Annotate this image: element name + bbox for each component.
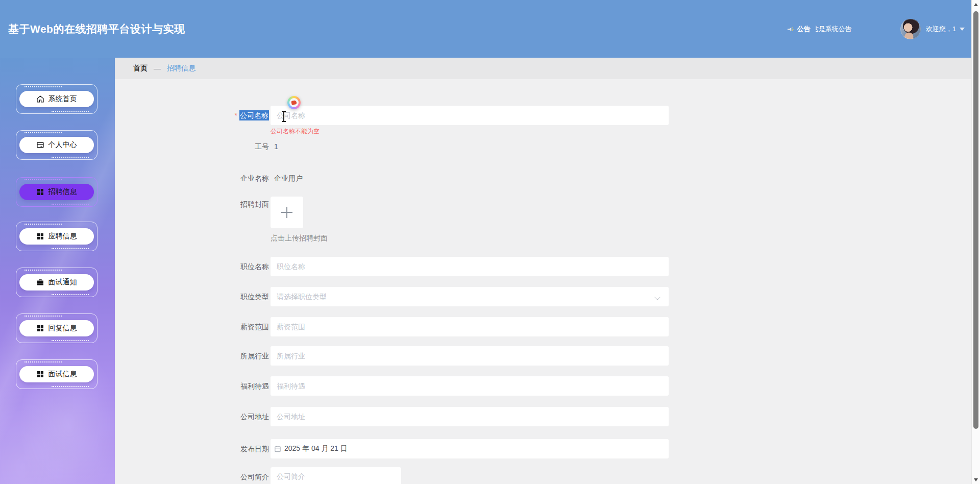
form-row-company-profile: 公司简介	[115, 467, 971, 484]
form-row-salary-range: 薪资范围	[115, 317, 971, 336]
pointer-badge-icon	[287, 96, 301, 109]
company-profile-label: 公司简介	[208, 467, 269, 484]
sidebar: 系统首页 个人中心 招聘信息	[0, 58, 115, 484]
sidebar-item-home[interactable]: 系统首页	[16, 84, 97, 114]
benefits-label: 福利待遇	[208, 376, 269, 396]
avatar[interactable]	[900, 19, 921, 39]
benefits-input[interactable]	[271, 376, 669, 396]
sidebar-item-label: 系统首页	[48, 94, 77, 104]
home-icon	[37, 95, 44, 103]
vertical-scrollbar	[971, 0, 980, 484]
form-row-benefits: 福利待遇	[115, 376, 971, 396]
welcome-text[interactable]: 欢迎您，1	[926, 25, 956, 34]
grid-icon	[37, 233, 44, 240]
page-title: 基于Web的在线招聘平台设计与实现	[8, 0, 185, 58]
publish-date-label: 发布日期	[208, 439, 269, 458]
sidebar-item-label: 面试通知	[48, 278, 77, 287]
salary-range-label: 薪资范围	[208, 317, 269, 336]
recruitment-platform-page: 基于Web的在线招聘平台设计与实现 公告 这是系统公告 欢迎您，1	[0, 0, 980, 484]
industry-label: 所属行业	[208, 346, 269, 366]
cover-label: 招聘封面	[208, 199, 269, 209]
briefcase-icon	[37, 279, 44, 286]
grid-icon	[37, 371, 44, 378]
cover-upload-button[interactable]	[271, 197, 303, 228]
salary-range-input[interactable]	[271, 317, 669, 336]
form-row-company-address: 公司地址	[115, 407, 971, 426]
publish-date-value: 2025 年 04 月 21 日	[284, 444, 348, 453]
company-profile-textarea[interactable]	[271, 467, 401, 484]
sidebar-item-label: 应聘信息	[48, 232, 77, 241]
scrollbar-thumb[interactable]	[973, 11, 978, 429]
sidebar-item-label: 个人中心	[48, 140, 77, 150]
text-cursor-icon	[281, 111, 286, 122]
position-name-label: 职位名称	[208, 257, 269, 276]
position-name-input[interactable]	[271, 257, 669, 276]
form-row-position-name: 职位名称	[115, 257, 971, 276]
sidebar-item-label: 招聘信息	[48, 187, 77, 197]
sidebar-item-recruitment-info[interactable]: 招聘信息	[16, 177, 97, 207]
form-row-position-type: 职位类型	[115, 287, 971, 306]
plus-icon	[281, 207, 292, 218]
announcement-label: 公告	[797, 25, 811, 34]
sidebar-item-personal-center[interactable]: 个人中心	[16, 130, 97, 160]
sidebar-item-label: 面试信息	[48, 370, 77, 379]
sidebar-item-reply-info[interactable]: 回复信息	[16, 313, 97, 343]
company-address-input[interactable]	[271, 407, 669, 426]
position-type-label: 职位类型	[208, 287, 269, 306]
chevron-down-icon[interactable]	[960, 28, 965, 31]
sidebar-item-label: 回复信息	[48, 324, 77, 333]
breadcrumb-separator: —	[154, 64, 161, 72]
industry-input[interactable]	[271, 346, 669, 366]
company-name-label: *公司名称	[208, 106, 269, 125]
breadcrumb-current: 招聘信息	[167, 64, 195, 73]
form-row-cover: 招聘封面	[115, 199, 971, 209]
position-type-select[interactable]	[271, 287, 669, 306]
sidebar-item-application-info[interactable]: 应聘信息	[16, 222, 97, 251]
employee-id-value: 1	[274, 141, 278, 152]
required-asterisk: *	[235, 111, 237, 119]
main-content: 首页 — 招聘信息 *公司名称 公司名称不能为空 工号 1 企业名称 企业用户 …	[115, 58, 971, 484]
enterprise-name-label: 企业名称	[208, 173, 269, 183]
company-name-error: 公司名称不能为空	[271, 127, 320, 136]
grid-icon	[37, 325, 44, 332]
form-row-company-name: *公司名称	[115, 106, 971, 125]
sidebar-item-interview-info[interactable]: 面试信息	[16, 359, 97, 389]
announcement-text: 这是系统公告	[816, 25, 852, 34]
company-address-label: 公司地址	[208, 407, 269, 426]
announcement-marquee: 这是系统公告	[816, 25, 856, 34]
header-right: 公告 这是系统公告 欢迎您，1	[787, 0, 965, 58]
top-header: 基于Web的在线招聘平台设计与实现 公告 这是系统公告 欢迎您，1	[0, 0, 980, 58]
form-row-employee-id: 工号 1	[115, 141, 971, 152]
form-row-enterprise-name: 企业名称 企业用户	[115, 173, 971, 183]
breadcrumb: 首页 — 招聘信息	[115, 58, 971, 79]
breadcrumb-home[interactable]: 首页	[133, 64, 148, 73]
company-name-input[interactable]	[271, 106, 669, 125]
scroll-up-arrow-icon[interactable]	[974, 3, 978, 6]
cover-upload-hint: 点击上传招聘封面	[271, 234, 328, 243]
scroll-down-arrow-icon[interactable]	[974, 478, 978, 481]
form-row-industry: 所属行业	[115, 346, 971, 366]
publish-date-input[interactable]: 2025 年 04 月 21 日	[271, 439, 669, 458]
company-name-label-text: 公司名称	[239, 110, 269, 120]
announcement: 公告 这是系统公告	[787, 25, 856, 34]
card-icon	[37, 141, 44, 149]
enterprise-name-value: 企业用户	[274, 173, 303, 183]
announcement-icon	[787, 26, 794, 33]
grid-icon	[37, 188, 44, 196]
sidebar-item-interview-notice[interactable]: 面试通知	[16, 268, 97, 297]
calendar-icon	[274, 445, 281, 452]
employee-id-label: 工号	[208, 141, 269, 152]
